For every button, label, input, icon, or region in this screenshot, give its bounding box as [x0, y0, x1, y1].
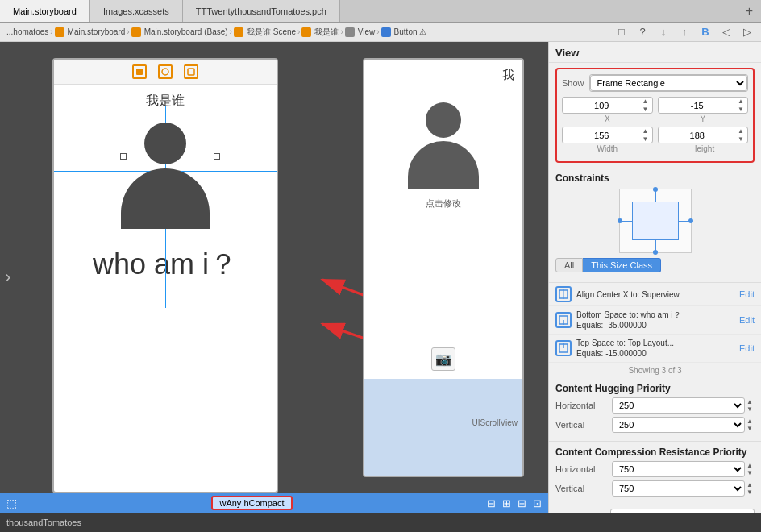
- toolbar-icon-back[interactable]: ◁: [719, 25, 734, 39]
- tab-ttt-pch[interactable]: TTTwentythousandTomatoes.pch: [183, 0, 340, 22]
- selection-handle-left: [120, 153, 127, 160]
- person2-head: [426, 102, 461, 138]
- x-stepper[interactable]: ▲ ▼: [641, 98, 651, 113]
- scrollview-area: [364, 379, 522, 476]
- hugging-horizontal-stepper[interactable]: ▲ ▼: [745, 398, 755, 414]
- constraints-tab-all[interactable]: All: [555, 258, 583, 272]
- scrollview-label: UIScrollView: [472, 418, 518, 427]
- hugging-vertical-label: Vertical: [555, 420, 612, 430]
- breadcrumb-toolbar: □ ? ↓ ↑ B ◁ ▷: [614, 25, 755, 39]
- constraints-tab-size-class[interactable]: This Size Class: [583, 258, 661, 272]
- x-step-down[interactable]: ▼: [641, 106, 651, 114]
- bottom-right-icons: ⊟ ⊞ ⊟ ⊡: [487, 497, 542, 509]
- diagram-dot-bottom: [653, 250, 658, 255]
- breadcrumb-scene[interactable]: 我是谁 Scene: [247, 27, 296, 38]
- breadcrumb-view[interactable]: View: [358, 27, 376, 36]
- hugging-vertical-stepper[interactable]: ▲ ▼: [745, 418, 755, 433]
- show-select-wrap[interactable]: Frame Rectangle: [589, 74, 748, 92]
- compression-vertical-select[interactable]: 750: [613, 481, 744, 496]
- x-label: X: [605, 114, 610, 123]
- diagram-dot-top: [653, 187, 658, 192]
- hugging-vertical-select-wrap[interactable]: 250: [612, 417, 745, 433]
- bottom-icon-3[interactable]: ⊟: [518, 497, 526, 509]
- hugging-horizontal-select[interactable]: 250: [613, 398, 744, 413]
- canvas-panel: ›: [0, 42, 548, 513]
- toolbar-icon-3[interactable]: ↓: [656, 25, 671, 39]
- constraint-edit-1[interactable]: Edit: [739, 289, 755, 299]
- compression-section: Content Compression Resistance Priority …: [549, 442, 761, 505]
- compression-horizontal-label: Horizontal: [555, 464, 612, 474]
- wh-row: ▲ ▼ Width ▲ ▼ Height: [562, 127, 748, 153]
- breadcrumb-main-storyboard[interactable]: Main.storyboard: [68, 27, 126, 36]
- bottom-icon-2[interactable]: ⊞: [502, 497, 511, 509]
- camera-icon: 📷: [431, 347, 455, 371]
- w-step-up[interactable]: ▲: [641, 127, 651, 135]
- y-label: Y: [700, 114, 705, 123]
- toolbar-icon-bold[interactable]: B: [698, 25, 713, 39]
- y-input-wrap[interactable]: ▲ ▼: [658, 97, 749, 114]
- bottom-icon-1[interactable]: ⊟: [487, 497, 496, 509]
- size-class-badge[interactable]: wAny hCompact: [211, 496, 292, 510]
- width-label: Width: [597, 144, 618, 153]
- compression-title: Content Compression Resistance Priority: [555, 447, 755, 458]
- hugging-vertical-select[interactable]: 250: [613, 418, 744, 432]
- phone-icon-3: [184, 64, 198, 79]
- hugging-horizontal-select-wrap[interactable]: 250: [612, 397, 745, 414]
- tab-images-xcassets[interactable]: Images.xcassets: [90, 0, 183, 22]
- show-select[interactable]: Frame Rectangle: [590, 75, 747, 91]
- left-nav-arrow[interactable]: ›: [5, 267, 10, 288]
- height-field: ▲ ▼ Height: [658, 127, 749, 153]
- person-head: [144, 123, 186, 164]
- tab-main-storyboard[interactable]: Main.storyboard: [0, 0, 90, 22]
- x-step-up[interactable]: ▲: [641, 98, 651, 106]
- showing-label: Showing 3 of 3: [549, 363, 761, 378]
- toolbar-icon-fwd[interactable]: ▷: [740, 25, 755, 39]
- y-step-up[interactable]: ▲: [736, 98, 746, 106]
- constraint-edit-3[interactable]: Edit: [739, 343, 755, 353]
- width-input-wrap[interactable]: ▲ ▼: [562, 127, 653, 143]
- constraint-item-3: Top Space to: Top Layout... Equals: -15.…: [549, 335, 761, 363]
- bottom-icon-4[interactable]: ⊡: [533, 497, 542, 509]
- y-stepper[interactable]: ▲ ▼: [736, 98, 746, 113]
- hugging-vertical-row: Vertical 250 ▲ ▼: [555, 417, 755, 433]
- breadcrumb-main-base[interactable]: Main.storyboard (Base): [144, 27, 228, 36]
- h-step-up[interactable]: ▲: [736, 127, 746, 135]
- tab-bar: Main.storyboard Images.xcassets TTTwenty…: [0, 0, 761, 23]
- compression-horizontal-select-wrap[interactable]: 750: [612, 461, 745, 477]
- width-input[interactable]: [563, 129, 641, 142]
- intrinsic-select-wrap[interactable]: Default (System Defined): [610, 509, 755, 513]
- x-input[interactable]: [563, 99, 641, 112]
- toolbar-icon-2[interactable]: ?: [635, 25, 650, 39]
- height-input[interactable]: [659, 129, 737, 142]
- compression-vertical-stepper[interactable]: ▲ ▼: [745, 481, 755, 497]
- x-input-wrap[interactable]: ▲ ▼: [562, 97, 653, 114]
- svg-point-4: [162, 69, 168, 75]
- compression-vertical-select-wrap[interactable]: 750: [612, 480, 745, 497]
- constraints-section: Constraints All This Size Class: [549, 168, 761, 283]
- right-panel: View Show Frame Rectangle ▲: [548, 42, 761, 513]
- y-step-down[interactable]: ▼: [736, 106, 746, 114]
- toolbar-icon-4[interactable]: ↑: [677, 25, 692, 39]
- w-step-down[interactable]: ▼: [641, 135, 651, 143]
- compression-horizontal-select[interactable]: 750: [613, 462, 744, 476]
- h-step-down[interactable]: ▼: [736, 135, 746, 143]
- width-stepper[interactable]: ▲ ▼: [641, 127, 651, 143]
- intrinsic-select[interactable]: Default (System Defined): [611, 509, 754, 513]
- bottom-status-bar: ⬚ wAny hCompact ⊟ ⊞ ⊟ ⊡: [0, 493, 548, 513]
- phone2-title: 我: [364, 60, 522, 86]
- breadcrumb-vc[interactable]: 我是谁: [314, 27, 339, 38]
- constraints-title: Constraints: [555, 172, 755, 184]
- intrinsic-row: Intrinsic Size Default (System Defined): [549, 505, 761, 513]
- bottom-left-icon[interactable]: ⬚: [6, 497, 17, 509]
- height-stepper[interactable]: ▲ ▼: [736, 127, 746, 143]
- breadcrumb-homatoes[interactable]: ...homatoes: [6, 27, 48, 36]
- tab-add-button[interactable]: +: [738, 4, 761, 19]
- breadcrumb-button[interactable]: Button: [394, 27, 418, 36]
- y-input[interactable]: [659, 99, 737, 112]
- constraint-edit-2[interactable]: Edit: [739, 315, 755, 325]
- compression-horizontal-stepper[interactable]: ▲ ▼: [745, 462, 755, 477]
- selection-handle-right: [214, 153, 220, 160]
- height-input-wrap[interactable]: ▲ ▼: [658, 127, 749, 143]
- x-field: ▲ ▼ X: [562, 97, 653, 123]
- toolbar-icon-1[interactable]: □: [614, 25, 629, 39]
